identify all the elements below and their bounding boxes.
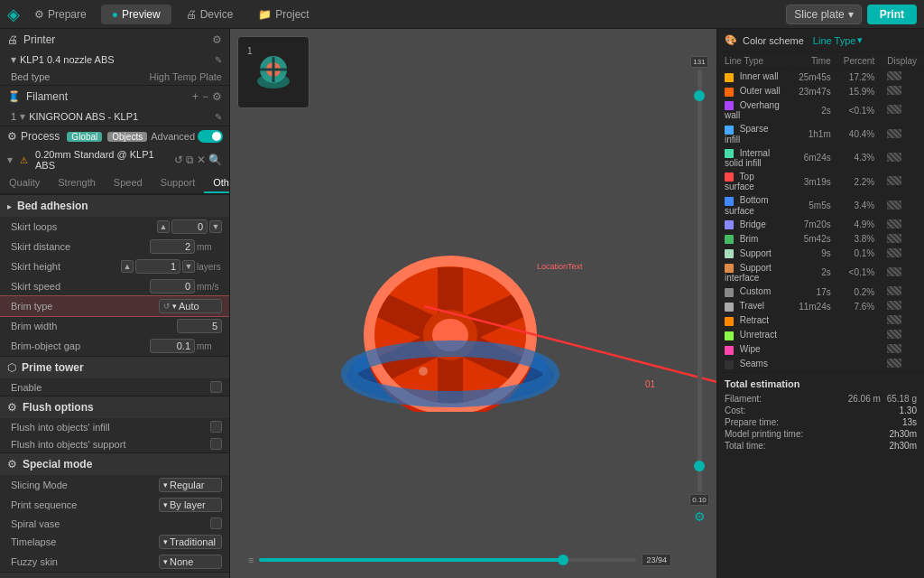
color-scheme-dropdown[interactable]: Line Type ▾ bbox=[813, 34, 864, 46]
printer-settings-icon[interactable]: ⚙ bbox=[212, 33, 222, 46]
advanced-toggle[interactable]: Advanced bbox=[151, 130, 223, 143]
v-slider-top-thumb[interactable] bbox=[694, 90, 705, 101]
close-icon[interactable]: ✕ bbox=[197, 154, 206, 166]
tab-speed[interactable]: Speed bbox=[105, 173, 152, 193]
flush-support-checkbox[interactable] bbox=[210, 438, 222, 450]
total-model-print-row: Model printing time: 2h30m bbox=[725, 428, 917, 440]
color-table-row: Inner wall 25m45s 17.2% bbox=[719, 70, 922, 83]
spiral-vase-checkbox[interactable] bbox=[210, 517, 222, 529]
h-slider-thumb[interactable] bbox=[558, 555, 568, 565]
gcode-output-section: ⚙ G-code output Reduce infill retraction… bbox=[0, 573, 229, 578]
color-scheme-chevron: ▾ bbox=[857, 34, 863, 46]
project-icon: 📁 bbox=[258, 8, 272, 21]
brim-width-input[interactable] bbox=[177, 319, 222, 333]
main-area: 🖨 Printer ⚙ ▾ KLP1 0.4 nozzle ABS ✎ Bed … bbox=[0, 29, 924, 578]
slicing-mode-row: Slicing Mode ▾ Regular bbox=[0, 475, 229, 495]
filament-name-row: 1 ▾ KINGROON ABS - KLP1 ✎ bbox=[0, 107, 229, 126]
add-filament-icon[interactable]: + bbox=[192, 90, 199, 103]
special-mode-header[interactable]: ⚙ Special mode bbox=[0, 453, 229, 475]
color-table-row: Seams bbox=[719, 358, 922, 370]
print-sequence-dropdown[interactable]: ▾ By layer bbox=[159, 498, 222, 512]
brim-type-row: Brim type ↺ ▾ Auto bbox=[0, 296, 229, 316]
prime-tower-header[interactable]: ⬡ Prime tower bbox=[0, 357, 229, 378]
slice-plate-dropdown[interactable]: Slice plate ▾ bbox=[786, 5, 861, 24]
preview-icon: ● bbox=[112, 8, 118, 21]
tab-strength[interactable]: Strength bbox=[49, 173, 105, 193]
model-thumbnail[interactable]: 1 bbox=[237, 36, 310, 108]
printer-edit-icon[interactable]: ✎ bbox=[215, 55, 222, 65]
flush-options-header[interactable]: ⚙ Flush options bbox=[0, 396, 229, 418]
palette-icon: 🎨 bbox=[725, 34, 737, 46]
printer-header[interactable]: 🖨 Printer ⚙ bbox=[0, 29, 229, 51]
skirt-distance-input[interactable] bbox=[150, 239, 195, 254]
prime-tower-enable-checkbox[interactable] bbox=[210, 381, 222, 393]
model-thumb-number: 1 bbox=[247, 46, 253, 56]
skirt-height-spin-down[interactable]: ▼ bbox=[182, 260, 195, 273]
copy-icon[interactable]: ⧉ bbox=[186, 154, 194, 166]
objects-tag[interactable]: Objects bbox=[107, 132, 147, 142]
color-table-row: Custom 17s 0.2% bbox=[719, 285, 922, 298]
left-panel: 🖨 Printer ⚙ ▾ KLP1 0.4 nozzle ABS ✎ Bed … bbox=[0, 29, 230, 578]
col-display: Display bbox=[882, 54, 922, 69]
tab-device[interactable]: 🖨 Device bbox=[175, 5, 245, 24]
preset-row: ▾ ⚠ 0.20mm Standard @ KLP1 ABS ↺ ⧉ ✕ 🔍 bbox=[0, 146, 229, 173]
filament-header[interactable]: 🧵 Filament + − ⚙ bbox=[0, 86, 229, 107]
timelapse-dropdown[interactable]: ▾ Traditional bbox=[159, 535, 222, 549]
special-mode-section: ⚙ Special mode Slicing Mode ▾ Regular Pr… bbox=[0, 453, 229, 573]
special-mode-icon: ⚙ bbox=[7, 458, 17, 471]
skirt-height-spin-up[interactable]: ▲ bbox=[121, 260, 134, 273]
print-button[interactable]: Print bbox=[867, 5, 917, 24]
right-panel: 🎨 Color scheme Line Type ▾ Line Type Tim… bbox=[716, 29, 924, 578]
bed-adhesion-header[interactable]: ▸ Bed adhesion bbox=[0, 195, 229, 217]
color-table-row: Retract bbox=[719, 314, 922, 327]
brim-object-gap-input[interactable] bbox=[150, 339, 195, 353]
prime-tower-icon: ⬡ bbox=[7, 361, 16, 374]
tab-prepare[interactable]: ⚙ Prepare bbox=[23, 5, 97, 24]
o1-label: 01 bbox=[645, 379, 655, 389]
col-percent: Percent bbox=[838, 54, 880, 69]
total-prepare-row: Prepare time: 13s bbox=[725, 416, 917, 428]
filament-settings-icon[interactable]: ⚙ bbox=[212, 90, 222, 103]
v-slider-bottom-thumb[interactable] bbox=[694, 461, 705, 471]
bed-type-row: Bed type High Temp Plate bbox=[0, 69, 229, 85]
slicing-mode-dropdown[interactable]: ▾ Regular bbox=[159, 478, 222, 492]
fuzzy-skin-dropdown[interactable]: ▾ None bbox=[159, 555, 222, 569]
flush-infill-checkbox[interactable] bbox=[210, 421, 222, 433]
skirt-speed-input[interactable] bbox=[150, 279, 195, 294]
prepare-icon: ⚙ bbox=[34, 8, 44, 21]
v-slider-settings-icon[interactable]: ⚙ bbox=[694, 509, 706, 524]
total-filament-row: Filament: 26.06 m 65.18 g bbox=[725, 393, 917, 405]
expand-process-icon: ▾ bbox=[7, 154, 13, 166]
skirt-loops-spin-up[interactable]: ▲ bbox=[157, 220, 170, 233]
tab-quality[interactable]: Quality bbox=[0, 173, 49, 193]
v-slider-track[interactable] bbox=[698, 70, 702, 492]
tab-preview[interactable]: ● Preview bbox=[101, 5, 171, 24]
skirt-loops-input[interactable] bbox=[171, 219, 208, 234]
advanced-toggle-switch[interactable] bbox=[198, 130, 223, 143]
filament-icon: 🧵 bbox=[7, 90, 21, 103]
skirt-speed-row: Skirt speed mm/s bbox=[0, 276, 229, 296]
skirt-distance-row: Skirt distance mm bbox=[0, 237, 229, 256]
prime-tower-section: ⬡ Prime tower Enable bbox=[0, 357, 229, 396]
remove-filament-icon[interactable]: − bbox=[202, 90, 208, 103]
tab-support[interactable]: Support bbox=[152, 173, 205, 193]
h-slider-track[interactable] bbox=[259, 558, 636, 562]
gcode-output-header[interactable]: ⚙ G-code output bbox=[0, 573, 229, 578]
prime-tower-enable-row: Enable bbox=[0, 378, 229, 396]
svg-point-16 bbox=[419, 367, 428, 376]
filament-edit-icon[interactable]: ✎ bbox=[215, 112, 222, 122]
skirt-height-input[interactable] bbox=[135, 259, 180, 274]
skirt-loops-spin-down[interactable]: ▼ bbox=[209, 220, 222, 233]
color-scheme-header: 🎨 Color scheme Line Type ▾ bbox=[717, 29, 924, 52]
global-tag[interactable]: Global bbox=[67, 132, 102, 142]
tab-others[interactable]: Others bbox=[204, 173, 230, 193]
flush-options-section: ⚙ Flush options Flush into objects' infi… bbox=[0, 396, 229, 453]
tab-project[interactable]: 📁 Project bbox=[247, 5, 319, 24]
viewport[interactable]: 1 bbox=[230, 29, 716, 578]
refresh-icon[interactable]: ↺ bbox=[174, 154, 183, 166]
brim-type-dropdown[interactable]: ↺ ▾ Auto bbox=[159, 299, 222, 313]
color-table-row: Outer wall 23m47s 15.9% bbox=[719, 85, 922, 98]
process-tab-strip: Quality Strength Speed Support Others bbox=[0, 173, 229, 194]
search-icon[interactable]: 🔍 bbox=[208, 154, 222, 166]
color-table-row: Support 9s 0.1% bbox=[719, 247, 922, 260]
